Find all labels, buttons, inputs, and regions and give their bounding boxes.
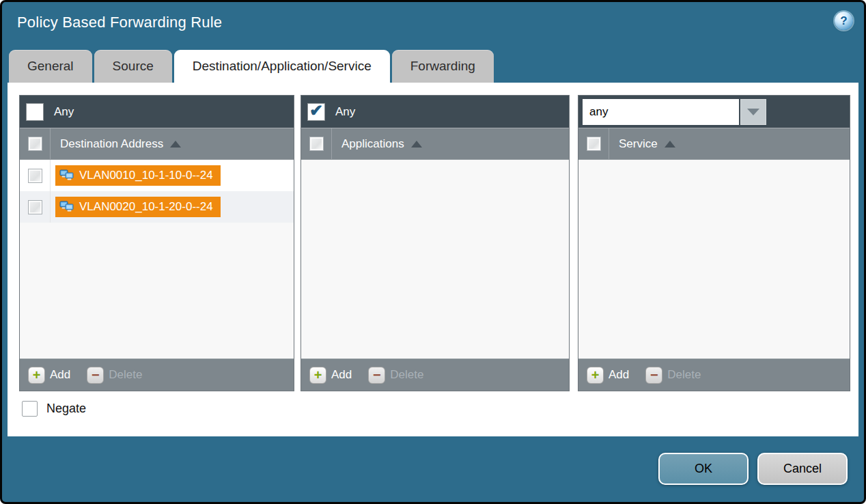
service-delete-button[interactable]: − Delete	[645, 367, 701, 384]
tab-content-panel: Any Destination Address	[8, 83, 858, 436]
destination-any-checkbox[interactable]	[26, 103, 44, 121]
service-dropdown-button[interactable]	[740, 99, 766, 125]
destination-address-column: Any Destination Address	[19, 95, 294, 391]
tab-general[interactable]: General	[9, 50, 92, 83]
network-icon	[59, 169, 74, 182]
applications-header-label[interactable]: Applications	[341, 137, 404, 151]
table-row: VLAN0020_10-1-20-0--24	[20, 191, 294, 223]
delete-icon: −	[87, 367, 104, 384]
sort-ascending-icon[interactable]	[170, 141, 181, 148]
applications-delete-button[interactable]: − Delete	[368, 367, 423, 384]
tab-forwarding[interactable]: Forwarding	[392, 50, 494, 83]
address-object-name: VLAN0010_10-1-10-0--24	[79, 169, 213, 182]
help-icon[interactable]: ?	[835, 12, 853, 30]
destination-add-button[interactable]: + Add	[28, 367, 70, 384]
add-icon: +	[309, 367, 326, 384]
tab-destination-application-service[interactable]: Destination/Application/Service	[174, 50, 390, 83]
negate-label: Negate	[46, 402, 86, 416]
sort-ascending-icon[interactable]	[665, 141, 675, 148]
applications-add-button[interactable]: + Add	[309, 367, 352, 384]
destination-any-bar: Any	[20, 96, 294, 128]
destination-list: VLAN0010_10-1-10-0--24	[20, 160, 294, 359]
address-object-name: VLAN0020_10-1-20-0--24	[79, 200, 213, 214]
delete-icon: −	[368, 367, 385, 384]
address-object-badge[interactable]: VLAN0020_10-1-20-0--24	[55, 197, 221, 217]
applications-column: ✔ Any Applications + Add −	[301, 95, 570, 391]
service-header-label[interactable]: Service	[619, 137, 658, 151]
address-object-badge[interactable]: VLAN0010_10-1-10-0--24	[55, 165, 221, 186]
chevron-down-icon	[747, 109, 759, 115]
delete-icon: −	[645, 367, 662, 384]
destination-footer: + Add − Delete	[20, 359, 294, 391]
dialog-buttons: OK Cancel	[2, 453, 848, 485]
destination-any-label: Any	[54, 105, 74, 119]
service-column-header: Service	[578, 128, 850, 160]
applications-column-header: Applications	[301, 128, 569, 160]
header-divider	[609, 128, 609, 159]
tab-bar: General Source Destination/Application/S…	[9, 50, 494, 83]
applications-any-label: Any	[335, 105, 355, 119]
add-icon: +	[587, 367, 604, 384]
applications-any-checkbox[interactable]: ✔	[307, 103, 325, 121]
tab-source[interactable]: Source	[94, 50, 172, 83]
row-checkbox[interactable]	[28, 200, 42, 214]
header-divider	[50, 128, 51, 159]
destination-column-header: Destination Address	[20, 128, 294, 160]
destination-delete-button[interactable]: − Delete	[87, 367, 142, 384]
dialog-title: Policy Based Forwarding Rule	[17, 14, 222, 31]
applications-select-all-checkbox[interactable]	[309, 137, 324, 151]
negate-option: Negate	[22, 401, 86, 417]
row-checkbox[interactable]	[28, 169, 42, 183]
service-dropdown-value[interactable]: any	[583, 99, 739, 125]
service-add-button[interactable]: + Add	[587, 367, 629, 384]
service-footer: + Add − Delete	[578, 359, 850, 391]
service-column: any Service + Add	[578, 95, 850, 391]
policy-based-forwarding-dialog: Policy Based Forwarding Rule ? General S…	[0, 0, 866, 504]
ok-button[interactable]: OK	[658, 453, 749, 485]
destination-select-all-checkbox[interactable]	[28, 137, 42, 151]
service-select-all-checkbox[interactable]	[587, 137, 601, 151]
table-row: VLAN0010_10-1-10-0--24	[20, 160, 294, 191]
negate-checkbox[interactable]	[22, 401, 38, 417]
header-divider	[331, 128, 332, 159]
cancel-button[interactable]: Cancel	[757, 453, 848, 485]
applications-list	[301, 160, 569, 359]
service-dropdown: any	[583, 99, 766, 125]
applications-any-bar: ✔ Any	[301, 96, 569, 128]
columns-container: Any Destination Address	[19, 95, 850, 391]
sort-ascending-icon[interactable]	[411, 141, 422, 148]
checkbox-checked-icon: ✔	[309, 102, 323, 119]
network-icon	[59, 201, 74, 213]
service-dropdown-bar: any	[578, 96, 850, 128]
applications-footer: + Add − Delete	[301, 359, 569, 391]
service-list	[578, 160, 850, 359]
destination-header-label[interactable]: Destination Address	[60, 137, 163, 151]
add-icon: +	[28, 367, 45, 384]
